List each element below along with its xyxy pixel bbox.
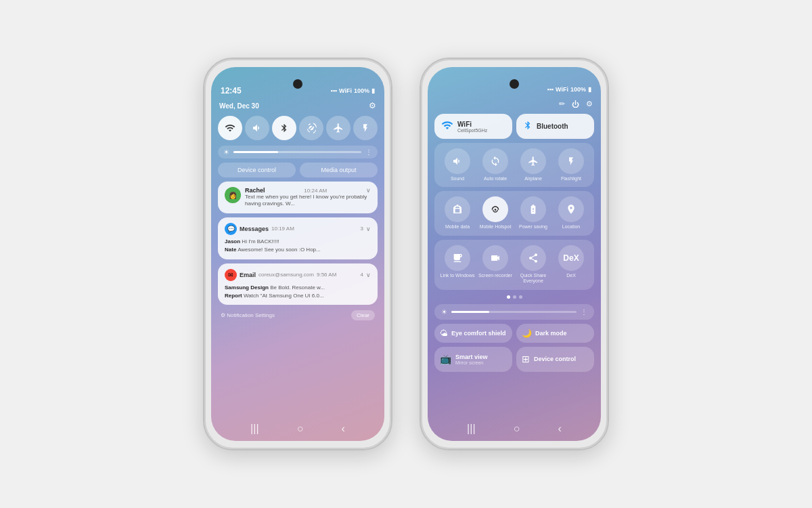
bixby-button[interactable] (203, 167, 204, 194)
brightness-row[interactable]: ☀ ⋮ (218, 146, 378, 158)
battery-level-2: 100% (570, 86, 586, 93)
rachel-text: Text me when you get here! I know you're… (245, 194, 371, 208)
nav-back-icon-2[interactable]: ‹ (558, 423, 562, 435)
settings-icon[interactable]: ⚙ (369, 101, 376, 110)
p2-brightness-bar[interactable] (451, 311, 577, 313)
autorotate-tile-grid[interactable]: Auto rotate (478, 148, 513, 182)
settings-icon-2[interactable]: ⚙ (586, 100, 593, 108)
time-display: 12:45 (221, 86, 242, 96)
grid-row-1: Sound Auto rotate Airplane (434, 143, 594, 187)
device-control-button[interactable]: Device control (218, 163, 296, 177)
notification-email[interactable]: ✉ Email coreux@samsung.com 9:56 AM 4 ∨ S… (218, 263, 378, 305)
sound-tile[interactable] (245, 116, 269, 140)
edit-icon[interactable]: ✏ (559, 100, 565, 108)
screen-recorder-tile[interactable]: Screen recorder (478, 245, 513, 284)
device-control-label: Device control (534, 356, 576, 362)
phone-2: ▪▪▪ WiFi 100% ▮ ✏ ⏻ ⚙ (420, 58, 609, 450)
dark-mode-icon: 🌙 (522, 329, 532, 338)
brightness-more-icon[interactable]: ⋮ (365, 148, 372, 156)
email-expand-icon[interactable]: ∨ (366, 272, 371, 278)
quick-panel-2: ✏ ⏻ ⚙ WiFi CellSpot5GHz (428, 96, 601, 441)
notification-rachel[interactable]: 👩 Rachel 10:24 AM ∨ Text me when you get… (218, 182, 378, 213)
p2-brightness-fill (451, 311, 489, 313)
power-button[interactable] (391, 194, 392, 228)
nav-recent-icon[interactable]: ||| (250, 423, 258, 435)
brightness-bar[interactable] (233, 151, 361, 153)
grid-row-3: Link to Windows Screen recorder Quick Sh… (434, 240, 594, 290)
power-icon[interactable]: ⏻ (572, 100, 579, 108)
phone-1: 12:45 ▪▪▪ WiFi 100% ▮ Wed, Dec 30 ⚙ (203, 58, 392, 450)
notif-settings-text[interactable]: ⚙ Notification Settings (221, 312, 275, 318)
mobile-data-circle (445, 196, 470, 222)
smart-view-btn[interactable]: 📺 Smart view Mirror screen (434, 347, 512, 372)
battery-icon: ▮ (371, 87, 375, 94)
rachel-expand-icon[interactable]: ∨ (366, 187, 371, 194)
vol-up-button[interactable] (391, 140, 392, 162)
airplane-tile[interactable] (326, 116, 351, 140)
power-button-2[interactable] (608, 194, 609, 228)
quick-share-tile[interactable]: Quick Share Everyone (516, 245, 551, 284)
eye-comfort-btn[interactable]: 🌤 Eye comfort shield (434, 324, 512, 343)
nav-bar-2: ||| ○ ‹ (428, 417, 601, 441)
message-line-2: Nate Awesome! See you soon :O Hop... (225, 247, 371, 253)
messages-header: 💬 Messages 10:19 AM 3 ∨ (225, 223, 371, 235)
status-right-1: ▪▪▪ WiFi 100% ▮ (330, 87, 375, 94)
smart-view-icon: 📺 (440, 354, 451, 364)
bt-tile-icon (523, 119, 533, 133)
bt-tile-text: Bluetooth (537, 123, 568, 130)
notification-messages[interactable]: 💬 Messages 10:19 AM 3 ∨ Jason Hi I'm BAC… (218, 217, 378, 259)
mobile-data-label: Mobile data (445, 224, 470, 230)
message-line-1: Jason Hi I'm BACK!!!!! (225, 238, 371, 245)
nav-back-icon[interactable]: ‹ (342, 423, 345, 435)
sound-circle (445, 148, 470, 174)
vol-up-button-2[interactable] (608, 140, 609, 162)
power-saving-tile[interactable]: Power saving (516, 196, 551, 230)
action-buttons: Device control Media output (218, 163, 378, 177)
device-control-btn[interactable]: ⊞ Device control (516, 347, 594, 372)
wifi-tile-icon (441, 119, 453, 133)
quick-share-label: Quick Share Everyone (516, 273, 551, 284)
bixby-button-2[interactable] (420, 167, 421, 194)
autorotate-tile[interactable] (299, 116, 323, 140)
dex-tile[interactable]: DeX DeX (554, 245, 589, 284)
phone-2-screen: ▪▪▪ WiFi 100% ▮ ✏ ⏻ ⚙ (428, 67, 601, 441)
bluetooth-tile[interactable] (272, 116, 296, 140)
dark-mode-btn[interactable]: 🌙 Dark mode (516, 324, 594, 343)
nav-home-icon[interactable]: ○ (297, 423, 304, 435)
rachel-avatar: 👩 (225, 187, 241, 203)
wifi-tile[interactable] (218, 116, 242, 140)
link-windows-tile[interactable]: Link to Windows (440, 245, 475, 284)
quick-share-circle (520, 245, 546, 271)
airplane-tile-grid[interactable]: Airplane (516, 148, 551, 182)
flashlight-tile-grid[interactable]: Flashlight (554, 148, 589, 182)
vol-down-button-2[interactable] (608, 167, 609, 189)
hotspot-tile[interactable]: Mobile Hotspot (478, 196, 513, 230)
dex-label: DeX (566, 273, 576, 278)
link-windows-circle (445, 245, 470, 271)
sound-tile-grid[interactable]: Sound (440, 148, 475, 182)
bluetooth-tile-wide[interactable]: Bluetooth (516, 114, 594, 139)
eye-comfort-icon: 🌤 (440, 329, 448, 338)
p2-top-row: ✏ ⏻ ⚙ (434, 98, 594, 110)
location-tile[interactable]: Location (554, 196, 589, 230)
wifi-bt-row: WiFi CellSpot5GHz Bluetooth (434, 114, 594, 139)
nav-recent-icon-2[interactable]: ||| (467, 423, 475, 435)
clear-button[interactable]: Clear (351, 310, 375, 320)
quick-tiles-row (218, 114, 378, 142)
p2-brightness-row[interactable]: ☀ ⋮ (434, 304, 594, 320)
p2-brightness-more[interactable]: ⋮ (581, 308, 587, 316)
nav-home-icon-2[interactable]: ○ (514, 423, 520, 435)
mobile-data-tile[interactable]: Mobile data (440, 196, 475, 230)
battery-level: 100% (354, 87, 369, 94)
email-icon: ✉ (225, 269, 237, 281)
vol-down-button[interactable] (391, 167, 392, 189)
messages-expand-icon[interactable]: ∨ (366, 226, 371, 232)
media-output-button[interactable]: Media output (300, 163, 378, 177)
nav-bar-1: ||| ○ ‹ (211, 417, 384, 441)
flashlight-tile[interactable] (353, 116, 378, 140)
messages-app-name: Messages (240, 226, 269, 232)
wifi-tile-wide[interactable]: WiFi CellSpot5GHz (434, 114, 512, 139)
autorotate-circle (482, 148, 508, 174)
wifi-label: WiFi (457, 121, 487, 128)
bt-label: Bluetooth (537, 123, 568, 130)
